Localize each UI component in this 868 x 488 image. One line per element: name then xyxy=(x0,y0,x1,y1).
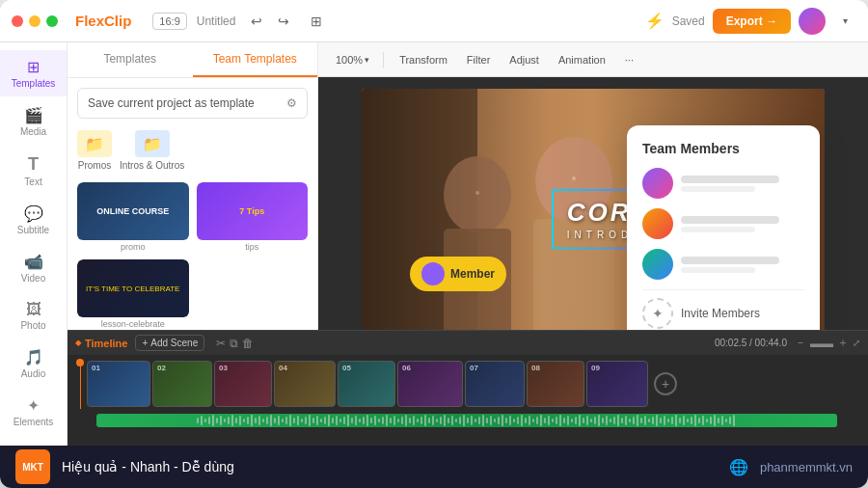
scene-clip-6[interactable]: 06 xyxy=(397,361,463,407)
svg-rect-16 xyxy=(208,417,210,424)
sidebar-item-subtitle[interactable]: 💬 Subtitle xyxy=(0,197,67,243)
scene-clip-7[interactable]: 07 xyxy=(465,361,525,407)
panel-body: Save current project as template ⚙ 📁 Pro… xyxy=(68,78,317,330)
duplicate-icon[interactable]: ⧉ xyxy=(230,337,238,350)
panel-tabs: Templates Team Templates xyxy=(68,42,317,78)
undo-redo-group: ↩ ↪ xyxy=(245,10,295,33)
team-member-row-1[interactable] xyxy=(642,168,804,199)
clip-num-5: 05 xyxy=(342,364,351,372)
category-intros[interactable]: 📁 Intros & Outros xyxy=(120,130,184,171)
svg-rect-41 xyxy=(305,417,307,424)
svg-rect-70 xyxy=(417,419,419,422)
svg-rect-17 xyxy=(212,415,214,426)
sidebar-item-photo[interactable]: 🖼 Photo xyxy=(0,293,67,339)
ratio-button[interactable]: 16:9 xyxy=(152,13,186,30)
user-menu-chevron[interactable]: ▾ xyxy=(833,10,856,33)
template-card-online-course[interactable]: ONLINE COURSE promo xyxy=(77,182,189,252)
svg-rect-143 xyxy=(698,418,700,423)
scene-clip-2[interactable]: 02 xyxy=(152,361,212,407)
close-btn[interactable] xyxy=(12,15,23,27)
svg-rect-52 xyxy=(347,415,349,426)
svg-rect-20 xyxy=(224,419,226,422)
maximize-btn[interactable] xyxy=(46,15,58,27)
svg-rect-94 xyxy=(509,416,511,425)
sidebar-item-overlays[interactable]: 🔲 Overlays xyxy=(0,437,67,446)
template-label-3: lesson-celebrate xyxy=(77,319,189,329)
grid-button[interactable]: ⊞ xyxy=(305,10,328,33)
elements-icon: ✦ xyxy=(27,396,40,415)
zoom-out-icon[interactable]: － xyxy=(795,335,806,351)
add-scene-button[interactable]: + Add Scene xyxy=(135,335,204,351)
svg-rect-22 xyxy=(231,415,233,426)
svg-rect-140 xyxy=(687,419,689,422)
sidebar-label-video: Video xyxy=(21,273,45,284)
promos-folder-icon: 📁 xyxy=(77,130,112,157)
export-button[interactable]: Export → xyxy=(713,9,791,34)
fullscreen-icon[interactable]: ⤢ xyxy=(853,338,860,348)
sidebar-item-audio[interactable]: 🎵 Audio xyxy=(0,340,67,387)
subtitle-icon: 💬 xyxy=(24,204,43,223)
zoom-control[interactable]: 100% ▾ xyxy=(330,50,375,69)
zoom-in-icon[interactable]: ＋ xyxy=(837,335,849,351)
svg-rect-150 xyxy=(725,419,727,422)
user-avatar[interactable] xyxy=(799,8,826,35)
sidebar-item-text[interactable]: T Text xyxy=(0,147,67,195)
sidebar-item-templates[interactable]: ⊞ Templates xyxy=(0,50,67,96)
save-template-row[interactable]: Save current project as template ⚙ xyxy=(77,88,308,119)
add-clip-button[interactable]: + xyxy=(654,372,677,395)
trash-icon[interactable]: 🗑 xyxy=(242,337,254,350)
scene-clip-1[interactable]: 01 xyxy=(87,361,150,407)
svg-rect-80 xyxy=(455,419,457,422)
svg-rect-91 xyxy=(498,417,500,424)
adjust-button[interactable]: Adjust xyxy=(502,50,547,69)
scene-clip-5[interactable]: 05 xyxy=(338,361,395,407)
scene-clip-8[interactable]: 08 xyxy=(527,361,584,407)
minimize-btn[interactable] xyxy=(29,15,41,27)
more-button[interactable]: ··· xyxy=(617,50,641,69)
transform-button[interactable]: Transform xyxy=(392,50,455,69)
scene-clip-4[interactable]: 04 xyxy=(274,361,336,407)
filename-label[interactable]: Untitled xyxy=(197,14,236,28)
undo-button[interactable]: ↩ xyxy=(245,10,268,33)
svg-rect-61 xyxy=(382,417,384,424)
website-link[interactable]: phanmemmkt.vn xyxy=(760,460,853,474)
invite-members-row[interactable]: ✦ Invite Members xyxy=(642,289,804,329)
team-member-row-2[interactable] xyxy=(642,208,804,239)
svg-rect-79 xyxy=(451,416,453,425)
svg-rect-139 xyxy=(683,416,685,425)
svg-rect-73 xyxy=(428,418,430,423)
traffic-lights xyxy=(12,15,58,27)
template-card-tips[interactable]: 7 Tips tips xyxy=(197,182,309,252)
svg-rect-127 xyxy=(637,415,638,426)
member-role-bar-2 xyxy=(681,227,755,232)
filter-button[interactable]: Filter xyxy=(459,50,498,69)
redo-button[interactable]: ↪ xyxy=(272,10,295,33)
zoom-slider[interactable]: ▬▬ xyxy=(810,337,833,350)
scene-clip-9[interactable]: 09 xyxy=(586,361,648,407)
svg-rect-123 xyxy=(621,418,623,423)
category-promos[interactable]: 📁 Promos xyxy=(77,130,112,171)
svg-rect-109 xyxy=(567,416,569,425)
template-label-2: tips xyxy=(197,242,309,252)
gear-icon[interactable]: ⚙ xyxy=(286,96,297,110)
animation-button[interactable]: Animation xyxy=(551,50,613,69)
audio-waveform[interactable] xyxy=(96,414,837,427)
scissors-icon[interactable]: ✂ xyxy=(216,337,226,350)
svg-rect-87 xyxy=(482,415,484,426)
svg-rect-38 xyxy=(293,418,295,423)
svg-rect-148 xyxy=(718,418,719,423)
online-course-text: ONLINE COURSE xyxy=(93,203,173,220)
sidebar-item-media[interactable]: 🎬 Media xyxy=(0,98,67,145)
svg-rect-121 xyxy=(613,417,615,424)
svg-rect-45 xyxy=(320,419,322,422)
svg-rect-34 xyxy=(278,416,280,425)
scene-clip-3[interactable]: 03 xyxy=(214,361,272,407)
team-member-row-3[interactable] xyxy=(642,249,804,280)
tab-templates[interactable]: Templates xyxy=(68,42,193,77)
template-card-dark[interactable]: IT'S TIME TO CELEBRATE lesson-celebrate xyxy=(77,259,189,329)
svg-rect-126 xyxy=(633,417,635,424)
sidebar-item-video[interactable]: 📹 Video xyxy=(0,245,67,291)
sidebar-item-elements[interactable]: ✦ Elements xyxy=(0,389,67,435)
member-info-2 xyxy=(681,216,804,232)
tab-team-templates[interactable]: Team Templates xyxy=(193,42,318,77)
